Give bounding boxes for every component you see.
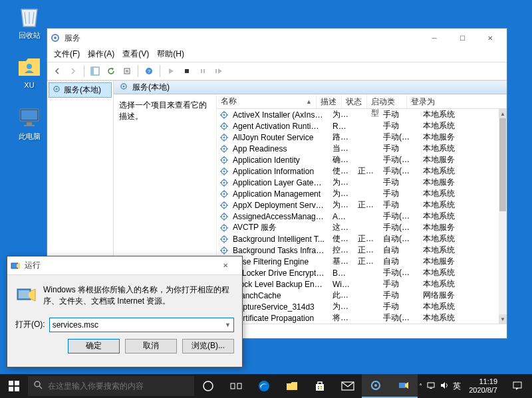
menu-help[interactable]: 帮助(H) [153, 47, 188, 62]
ok-button[interactable]: 确定 [68, 339, 120, 353]
menu-view[interactable]: 查看(V) [118, 47, 153, 62]
service-row[interactable]: Application Identity确定...手动(触发...本地服务 [217, 154, 499, 165]
svg-point-39 [223, 148, 225, 149]
column-status[interactable]: 状态 [342, 94, 367, 108]
svg-rect-9 [124, 68, 130, 74]
cell-desc: BDE... [329, 268, 354, 278]
search-box[interactable] [28, 376, 194, 396]
service-row[interactable]: AllJoyn Router Service路由...手动(触发...本地服务 [217, 132, 499, 143]
svg-point-19 [123, 86, 125, 88]
scroll-up-button[interactable]: ▲ [499, 109, 507, 118]
pause-service-button[interactable] [196, 64, 210, 78]
service-row[interactable]: BitLocker Drive Encryptio...BDE...手动(触发.… [217, 267, 499, 278]
service-row[interactable]: Certificate Propagation将用...手动(触发...本地系统 [217, 312, 499, 324]
service-row[interactable]: Background Intelligent T...使用...正在...自动(… [217, 233, 499, 245]
start-service-button[interactable] [164, 64, 178, 78]
cell-name: Background Intelligent T... [229, 235, 329, 244]
cell-logon: 网络服务 [419, 290, 499, 301]
ime-indicator[interactable]: 英 [453, 381, 461, 392]
open-input[interactable]: services.msc ▼ [49, 318, 234, 332]
service-row[interactable]: AVCTP 服务这是...手动(触发...本地服务 [217, 222, 499, 233]
services-title-bar[interactable]: 服务 ─ ☐ ✕ [47, 29, 507, 47]
file-explorer-icon[interactable] [278, 374, 306, 398]
clock[interactable]: 11:19 2020/8/7 [465, 377, 501, 395]
close-button[interactable]: ✕ [476, 30, 504, 46]
toolbar: ? [47, 62, 507, 80]
network-icon[interactable] [426, 381, 436, 391]
column-startup-type[interactable]: 启动类型 [367, 94, 407, 108]
cell-logon: 本地系统 [419, 301, 499, 312]
help-button[interactable]: ? [142, 64, 156, 78]
tree-item-services-local[interactable]: 服务(本地) [49, 82, 112, 98]
browse-button[interactable]: 浏览(B)... [182, 339, 234, 353]
start-button[interactable] [0, 374, 28, 398]
restart-service-button[interactable] [211, 64, 226, 78]
service-row[interactable]: App Readiness当用...手动本地系统 [217, 143, 499, 154]
svg-rect-143 [9, 381, 13, 385]
desktop-icon-label: 此电脑 [9, 132, 49, 142]
service-row[interactable]: ActiveX Installer (AxInstSV)为从...手动本地系统 [217, 109, 499, 120]
minimize-button[interactable]: ─ [420, 30, 448, 46]
service-row[interactable]: AppX Deployment Servic...为部...正在...手动本地系… [217, 199, 499, 211]
maximize-button[interactable]: ☐ [448, 30, 476, 46]
cell-desc: 使用... [329, 165, 354, 177]
refresh-button[interactable] [104, 64, 118, 78]
service-row[interactable]: Application Information使用...正在...手动(触发..… [217, 165, 499, 177]
svg-rect-153 [318, 386, 319, 387]
cortana-icon[interactable] [194, 374, 222, 398]
column-logon-as[interactable]: 登录为 [407, 94, 507, 108]
service-row[interactable]: Base Filtering Engine基本...正在...自动本地服务 [217, 256, 499, 267]
cell-startup: 手动(触发... [379, 222, 419, 233]
scroll-thumb[interactable] [499, 118, 506, 211]
cell-startup: 手动 [379, 177, 419, 188]
cell-name: CaptureService_314d3 [229, 302, 329, 312]
vertical-scrollbar[interactable]: ▲ ▼ [499, 109, 507, 324]
export-list-button[interactable] [120, 64, 134, 78]
back-button[interactable] [50, 64, 65, 78]
edge-icon[interactable] [250, 374, 278, 398]
run-title-bar[interactable]: 运行 ✕ [7, 256, 242, 275]
task-view-icon[interactable] [222, 374, 250, 398]
taskbar-app-services[interactable] [362, 374, 390, 398]
menu-action[interactable]: 操作(A) [84, 47, 118, 62]
desktop-icon-user-folder[interactable]: XU [9, 53, 49, 89]
service-row[interactable]: Block Level Backup Engi...Win...手动本地系统 [217, 278, 499, 290]
column-description[interactable]: 描述 [317, 94, 342, 108]
chevron-down-icon[interactable]: ▼ [225, 322, 231, 328]
stop-service-button[interactable] [180, 64, 194, 78]
show-hide-tree-button[interactable] [88, 64, 102, 78]
service-row[interactable]: Application Management为通...手动本地系统 [217, 188, 499, 199]
svg-point-17 [56, 88, 58, 90]
tray-chevron-up-icon[interactable]: ˄ [419, 383, 422, 390]
service-row[interactable]: BranchCache此服...手动网络服务 [217, 290, 499, 301]
service-row[interactable]: CaptureService_314d3为调...手动本地系统 [217, 301, 499, 312]
search-input[interactable] [48, 381, 189, 391]
service-row[interactable]: Agent Activation Runtime...Runt...手动本地系统 [217, 120, 499, 132]
forward-button[interactable] [66, 64, 80, 78]
cell-name: App Readiness [229, 144, 329, 153]
cancel-button[interactable]: 取消 [125, 339, 177, 353]
menu-file[interactable]: 文件(F) [50, 47, 84, 62]
taskbar-app-run[interactable] [390, 374, 418, 398]
volume-icon[interactable] [440, 381, 449, 391]
scroll-down-button[interactable]: ▼ [499, 314, 507, 324]
cell-desc: 将用... [329, 312, 354, 324]
desktop-icon-recycle-bin[interactable]: 回收站 [9, 3, 49, 41]
menu-bar: 文件(F) 操作(A) 查看(V) 帮助(H) [47, 47, 507, 62]
service-row[interactable]: Background Tasks Infras...控制...正在...自动本地… [217, 245, 499, 256]
run-message: Windows 将根据你所输入的名称，为你打开相应的程序、文件夹、文档或 Int… [43, 284, 234, 307]
store-icon[interactable] [306, 374, 334, 398]
service-row[interactable]: AssignedAccessManager...Assi...手动(触发...本… [217, 211, 499, 222]
window-title: 服务 [65, 33, 420, 44]
cell-startup: 手动(触发... [379, 267, 419, 278]
desktop-icon-this-pc[interactable]: 此电脑 [9, 104, 49, 142]
cell-startup: 手动(触发... [379, 312, 419, 324]
close-button[interactable]: ✕ [211, 258, 239, 274]
svg-point-0 [27, 64, 32, 69]
action-center-icon[interactable] [505, 374, 529, 398]
column-name[interactable]: 名称▲ [217, 94, 317, 108]
service-row[interactable]: Application Layer Gatewa...为 In...手动本地服务 [217, 177, 499, 188]
mail-icon[interactable] [334, 374, 362, 398]
svg-point-57 [223, 181, 225, 183]
cell-logon: 本地系统 [419, 211, 499, 222]
